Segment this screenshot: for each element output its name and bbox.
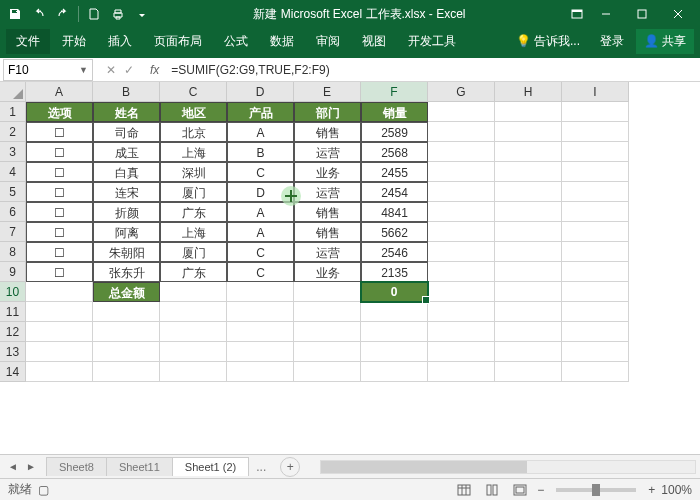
cell[interactable] [428,242,495,262]
close-button[interactable] [660,0,696,28]
column-header[interactable]: F [361,82,428,102]
cell[interactable] [495,222,562,242]
cell[interactable] [227,282,294,302]
cell[interactable] [495,122,562,142]
checkbox-cell[interactable]: ☐ [26,182,93,202]
cell[interactable] [160,322,227,342]
cell[interactable]: C [227,242,294,262]
formula-input[interactable]: =SUMIF(G2:G9,TRUE,F2:F9) [165,63,700,77]
horizontal-scrollbar[interactable] [320,460,696,474]
cell[interactable] [562,282,629,302]
print-preview-icon[interactable] [107,3,129,25]
cell[interactable] [562,322,629,342]
zoom-in-button[interactable]: + [648,483,655,497]
view-page-break-icon[interactable] [509,481,531,499]
cell[interactable] [428,222,495,242]
column-header[interactable]: E [294,82,361,102]
cell[interactable]: 销售 [294,122,361,142]
row-header[interactable]: 9 [0,262,26,282]
tab-formula[interactable]: 公式 [214,29,258,54]
qat-customize-icon[interactable] [131,3,153,25]
zoom-out-button[interactable]: − [537,483,544,497]
cell[interactable]: 广东 [160,262,227,282]
cell[interactable] [428,362,495,382]
table-header-cell[interactable]: 产品 [227,102,294,122]
row-header[interactable]: 11 [0,302,26,322]
cell[interactable] [93,322,160,342]
cell[interactable] [495,282,562,302]
cell[interactable] [428,302,495,322]
cell[interactable] [495,262,562,282]
cell[interactable] [428,182,495,202]
tab-layout[interactable]: 页面布局 [144,29,212,54]
column-header[interactable]: I [562,82,629,102]
cell[interactable] [26,282,93,302]
signin-button[interactable]: 登录 [590,29,634,54]
tab-insert[interactable]: 插入 [98,29,142,54]
cell[interactable] [495,242,562,262]
view-page-layout-icon[interactable] [481,481,503,499]
cell[interactable]: 厦门 [160,182,227,202]
cell[interactable]: 张东升 [93,262,160,282]
cell[interactable] [562,182,629,202]
maximize-button[interactable] [624,0,660,28]
cell[interactable]: 2546 [361,242,428,262]
cell[interactable] [495,162,562,182]
cell[interactable] [495,142,562,162]
cell[interactable]: 销售 [294,222,361,242]
cell[interactable] [428,322,495,342]
row-header[interactable]: 8 [0,242,26,262]
cell[interactable] [428,162,495,182]
cell[interactable] [361,322,428,342]
cell[interactable] [562,342,629,362]
add-sheet-button[interactable]: + [280,457,300,477]
cell[interactable] [160,342,227,362]
cell[interactable]: 深圳 [160,162,227,182]
name-box[interactable]: F10 ▼ [3,59,93,81]
cell[interactable] [562,202,629,222]
cell[interactable] [160,362,227,382]
column-header[interactable]: B [93,82,160,102]
cell[interactable]: 朱朝阳 [93,242,160,262]
cell[interactable] [428,122,495,142]
cell[interactable] [428,142,495,162]
cell[interactable]: 运营 [294,142,361,162]
cell[interactable] [26,342,93,362]
cell[interactable]: 运营 [294,242,361,262]
cell[interactable]: 5662 [361,222,428,242]
cell[interactable] [26,322,93,342]
column-header[interactable]: D [227,82,294,102]
zoom-slider[interactable] [556,488,636,492]
tab-view[interactable]: 视图 [352,29,396,54]
cell[interactable] [361,362,428,382]
cell[interactable]: A [227,122,294,142]
cell[interactable]: 阿离 [93,222,160,242]
cancel-formula-icon[interactable]: ✕ [102,63,120,77]
cell[interactable] [428,282,495,302]
cell[interactable] [26,302,93,322]
row-header[interactable]: 13 [0,342,26,362]
checkbox-cell[interactable]: ☐ [26,162,93,182]
cell[interactable] [93,342,160,362]
cell[interactable]: 2135 [361,262,428,282]
selected-cell[interactable]: 0 [361,282,428,302]
tab-nav-prev[interactable]: ◄ [4,461,22,472]
zoom-level[interactable]: 100% [661,483,692,497]
cell[interactable] [294,302,361,322]
total-label-cell[interactable]: 总金额 [93,282,160,302]
cell[interactable]: 上海 [160,222,227,242]
checkbox-cell[interactable]: ☐ [26,142,93,162]
cell[interactable] [227,342,294,362]
cell[interactable] [495,362,562,382]
minimize-button[interactable] [588,0,624,28]
row-header[interactable]: 1 [0,102,26,122]
cell[interactable] [428,202,495,222]
table-header-cell[interactable]: 销量 [361,102,428,122]
cell[interactable] [26,362,93,382]
cell[interactable]: 上海 [160,142,227,162]
cell[interactable]: 北京 [160,122,227,142]
row-header[interactable]: 10 [0,282,26,302]
cell[interactable]: 广东 [160,202,227,222]
row-header[interactable]: 5 [0,182,26,202]
cell[interactable]: 司命 [93,122,160,142]
